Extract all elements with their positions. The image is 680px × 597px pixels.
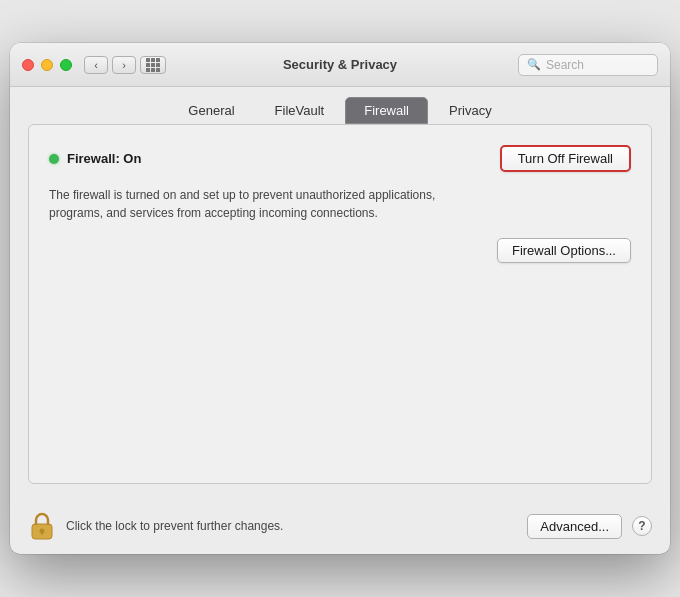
bottom-bar: Click the lock to prevent further change… <box>10 502 670 554</box>
forward-button[interactable]: › <box>112 56 136 74</box>
back-button[interactable]: ‹ <box>84 56 108 74</box>
search-icon: 🔍 <box>527 58 541 71</box>
forward-icon: › <box>122 59 126 71</box>
traffic-lights <box>22 59 72 71</box>
tab-general[interactable]: General <box>169 97 253 124</box>
close-button[interactable] <box>22 59 34 71</box>
content-area: Firewall: On Turn Off Firewall The firew… <box>28 124 652 484</box>
search-placeholder: Search <box>546 58 584 72</box>
search-bar[interactable]: 🔍 Search <box>518 54 658 76</box>
firewall-description: The firewall is turned on and set up to … <box>49 186 469 222</box>
tab-filevault[interactable]: FileVault <box>256 97 344 124</box>
tab-privacy[interactable]: Privacy <box>430 97 511 124</box>
firewall-options-button[interactable]: Firewall Options... <box>497 238 631 263</box>
lock-icon[interactable] <box>28 510 56 542</box>
back-icon: ‹ <box>94 59 98 71</box>
grid-button[interactable] <box>140 56 166 74</box>
advanced-button[interactable]: Advanced... <box>527 514 622 539</box>
options-btn-row: Firewall Options... <box>49 238 631 263</box>
window-title: Security & Privacy <box>283 57 397 72</box>
firewall-status-left: Firewall: On <box>49 151 141 166</box>
nav-buttons: ‹ › <box>84 56 136 74</box>
help-button[interactable]: ? <box>632 516 652 536</box>
tab-firewall[interactable]: Firewall <box>345 97 428 124</box>
firewall-status-label: Firewall: On <box>67 151 141 166</box>
main-window: ‹ › Security & Privacy 🔍 Search General <box>10 43 670 554</box>
tab-strip: General FileVault Firewall Privacy <box>28 87 652 124</box>
lock-text: Click the lock to prevent further change… <box>66 519 517 533</box>
grid-icon <box>146 58 160 72</box>
tabs-wrapper: General FileVault Firewall Privacy <box>10 87 670 124</box>
titlebar: ‹ › Security & Privacy 🔍 Search <box>10 43 670 87</box>
maximize-button[interactable] <box>60 59 72 71</box>
status-dot <box>49 154 59 164</box>
turn-off-firewall-button[interactable]: Turn Off Firewall <box>500 145 631 172</box>
firewall-status-row: Firewall: On Turn Off Firewall <box>49 145 631 172</box>
minimize-button[interactable] <box>41 59 53 71</box>
